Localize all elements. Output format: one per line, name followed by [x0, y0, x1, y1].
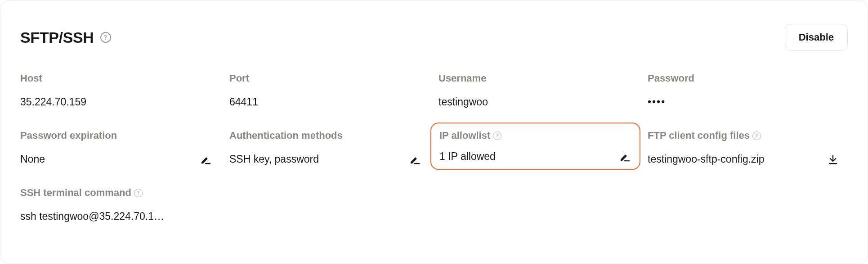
- help-icon[interactable]: ?: [493, 132, 501, 140]
- edit-icon[interactable]: [200, 154, 211, 165]
- field-value-ftp-config: testingwoo-sftp-config.zip: [648, 153, 765, 165]
- fields-grid: Host 35.224.70.159 Port 64411 Username t…: [20, 73, 848, 165]
- field-username: Username testingwoo: [438, 73, 639, 108]
- field-label-ip-allowlist-text: IP allowlist: [439, 130, 490, 141]
- field-value-password: ••••: [648, 96, 666, 108]
- ip-allowlist-highlight: IP allowlist ? 1 IP allowed: [430, 123, 640, 170]
- title-wrap: SFTP/SSH ?: [20, 29, 111, 46]
- field-ssh-command: SSH terminal command ? ssh testingwoo@35…: [20, 187, 200, 223]
- field-value-password-expiration: None: [20, 153, 45, 165]
- field-label-ssh-command: SSH terminal command ?: [20, 187, 200, 199]
- field-ip-allowlist: IP allowlist ? 1 IP allowed: [438, 130, 639, 165]
- field-label-auth-methods: Authentication methods: [229, 130, 430, 141]
- field-host: Host 35.224.70.159: [20, 73, 220, 108]
- field-label-ssh-command-text: SSH terminal command: [20, 187, 131, 199]
- field-value-port: 64411: [229, 96, 258, 108]
- disable-button[interactable]: Disable: [785, 24, 848, 51]
- card-header: SFTP/SSH ? Disable: [20, 24, 848, 51]
- edit-icon[interactable]: [409, 154, 421, 165]
- field-password: Password ••••: [648, 73, 848, 108]
- help-icon[interactable]: ?: [134, 189, 143, 197]
- field-value-username: testingwoo: [438, 96, 488, 108]
- field-password-expiration: Password expiration None: [20, 130, 220, 165]
- field-value-ip-allowlist: 1 IP allowed: [439, 150, 496, 163]
- field-label-ftp-config-text: FTP client config files: [648, 130, 750, 141]
- sftp-ssh-card: SFTP/SSH ? Disable Host 35.224.70.159 Po…: [0, 0, 868, 264]
- field-label-port: Port: [229, 73, 430, 84]
- field-label-host: Host: [20, 73, 220, 84]
- field-ftp-config: FTP client config files ? testingwoo-sft…: [648, 130, 848, 165]
- field-value-ssh-command: ssh testingwoo@35.224.70.1…: [20, 210, 164, 223]
- field-port: Port 64411: [229, 73, 430, 108]
- field-value-auth-methods: SSH key, password: [229, 153, 319, 165]
- field-value-host: 35.224.70.159: [20, 96, 86, 108]
- field-label-ip-allowlist: IP allowlist ?: [439, 130, 632, 141]
- field-label-ftp-config: FTP client config files ?: [648, 130, 848, 141]
- field-auth-methods: Authentication methods SSH key, password: [229, 130, 430, 165]
- card-title: SFTP/SSH: [20, 29, 94, 46]
- help-icon[interactable]: ?: [100, 32, 111, 43]
- field-label-password: Password: [648, 73, 848, 84]
- edit-icon[interactable]: [619, 151, 631, 163]
- help-icon[interactable]: ?: [752, 132, 761, 140]
- field-label-username: Username: [438, 73, 639, 84]
- field-label-password-expiration: Password expiration: [20, 130, 220, 141]
- download-icon[interactable]: [827, 154, 839, 165]
